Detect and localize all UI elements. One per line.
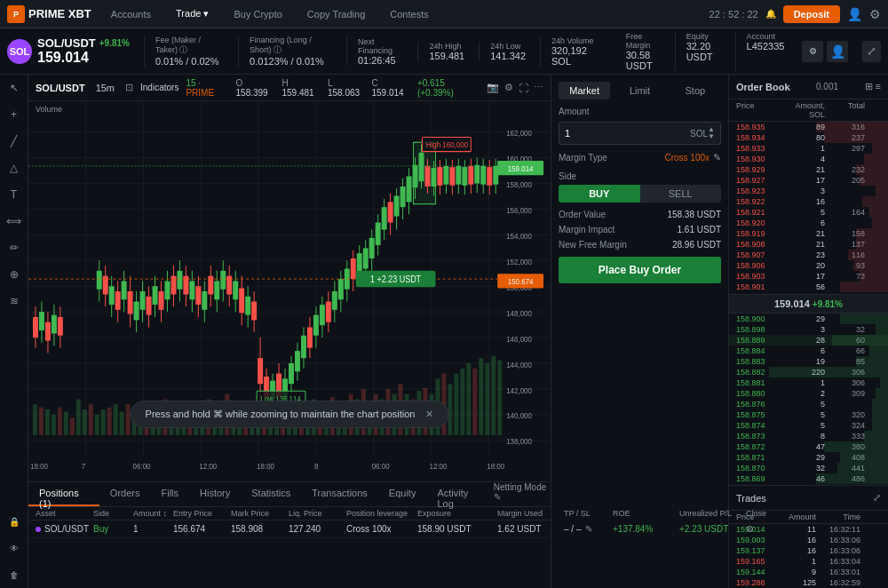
more-icon[interactable]: ⋯ (534, 82, 543, 93)
svg-text:18:00: 18:00 (30, 462, 48, 472)
margin-type-value[interactable]: Cross 100x (664, 153, 710, 163)
trade-price-red: 159.288 (736, 578, 781, 587)
ob-bid-row[interactable]: 158.876 5 (729, 399, 888, 409)
amount-stepper[interactable]: ▲ ▼ (708, 126, 715, 140)
ob-ask-row[interactable]: 158.906 20 93 (729, 260, 888, 271)
settings-icon[interactable]: ⚙ (869, 7, 881, 21)
amount-input[interactable]: 1 (565, 128, 690, 139)
ob-ask-row[interactable]: 158.923 3 (729, 186, 888, 196)
buy-tab[interactable]: BUY (559, 185, 640, 203)
trades-expand-icon[interactable]: ⤢ (873, 492, 881, 504)
tab-activity-log[interactable]: Activity Log (426, 482, 493, 506)
settings-icon[interactable]: ⚙ (504, 82, 513, 93)
order-book-precision[interactable]: 0.001 (816, 82, 838, 91)
line-icon[interactable]: ╱ (4, 131, 24, 151)
nav-accounts[interactable]: Accounts (106, 7, 156, 21)
market-tab[interactable]: Market (559, 82, 610, 99)
ob-bid-row[interactable]: 158.882 220 306 (729, 367, 888, 377)
account-settings-icon[interactable]: ⚙ (802, 41, 823, 62)
ob-bid-row[interactable]: 158.871 29 408 (729, 452, 888, 463)
ob-bid-row[interactable]: 158.900 29 (729, 314, 888, 324)
ob-ask-row[interactable]: 158.919 21 158 (729, 228, 888, 239)
ob-bid-row[interactable]: 158.881 1 306 (729, 377, 888, 388)
nav-trade[interactable]: Trade ▾ (170, 6, 214, 21)
ob-ask-row[interactable]: 158.935 89 316 (729, 122, 888, 132)
ob-ask-row[interactable]: 158.903 17 73 (729, 271, 888, 282)
ob-bid-row[interactable]: 158.874 5 324 (729, 420, 888, 431)
ob-bid-row[interactable]: 158.872 47 380 (729, 441, 888, 452)
timeframe-selector[interactable]: 15m (92, 81, 118, 95)
chart-type-icon[interactable]: ⊡ (125, 82, 133, 93)
tab-history[interactable]: History (189, 482, 241, 506)
zoom-icon[interactable]: ⊕ (4, 265, 24, 284)
free-margin-label: Free Margin (626, 32, 661, 50)
brush-icon[interactable]: ✏ (4, 238, 24, 258)
limit-tab[interactable]: Limit (614, 82, 665, 99)
logo[interactable]: P PRIME XBT (7, 5, 91, 23)
ob-ask-row[interactable]: 158.907 23 116 (729, 250, 888, 260)
tab-fills[interactable]: Fills (150, 482, 189, 506)
account-user-icon[interactable]: 👤 (827, 41, 848, 62)
measure-icon[interactable]: ⟺ (4, 211, 24, 231)
indicators-button[interactable]: Indicators (140, 83, 178, 92)
user-icon[interactable]: 👤 (847, 7, 862, 21)
amount-down-arrow[interactable]: ▼ (708, 133, 715, 140)
ob-bid-row[interactable]: 158.873 8 333 (729, 431, 888, 441)
trade-amount: 16 (781, 536, 816, 544)
lock-icon[interactable]: 🔒 (4, 512, 24, 531)
ob-ask-row[interactable]: 158.933 1 297 (729, 143, 888, 154)
svg-rect-26 (64, 411, 68, 435)
sell-tab[interactable]: SELL (640, 185, 722, 203)
ob-bid-row[interactable]: 158.883 19 85 (729, 356, 888, 367)
tp-sl-edit-icon[interactable]: ✎ (585, 524, 592, 534)
tab-transactions[interactable]: Transactions (301, 482, 378, 506)
trash-icon[interactable]: 🗑 (4, 565, 24, 584)
shapes-icon[interactable]: △ (4, 158, 24, 178)
ob-ask-row[interactable]: 158.920 6 (729, 218, 888, 228)
cross-icon[interactable]: + (4, 105, 24, 124)
fullscreen-icon[interactable]: ⛶ (519, 83, 528, 93)
fee-value: 0.01% / 0.02% (155, 56, 224, 67)
tab-statistics[interactable]: Statistics (241, 482, 301, 506)
ob-bid-row[interactable]: 158.880 2 309 (729, 388, 888, 399)
ob-ask-row[interactable]: 158.929 21 232 (729, 164, 888, 175)
ob-ask-row[interactable]: 158.927 17 205 (729, 175, 888, 186)
cursor-icon[interactable]: ↖ (4, 78, 24, 98)
ob-ask-row[interactable]: 158.930 4 (729, 154, 888, 164)
nav-copy-trading[interactable]: Copy Trading (302, 7, 370, 21)
ob-ask-row[interactable]: 158.901 56 (729, 282, 888, 292)
deposit-button[interactable]: Deposit (783, 5, 840, 23)
tab-equity[interactable]: Equity (378, 482, 427, 506)
eye-icon[interactable]: 👁 (4, 538, 24, 558)
screenshot-icon[interactable]: 📷 (487, 82, 499, 93)
position-close-area[interactable]: ⚙ (746, 524, 777, 534)
ob-ask-row[interactable]: 158.934 80 237 (729, 132, 888, 143)
notification-close[interactable]: ✕ (425, 409, 433, 420)
ob-bid-row[interactable]: 158.869 46 486 (729, 473, 888, 484)
ob-bid-row[interactable]: 158.889 28 60 (729, 335, 888, 346)
expand-button[interactable]: ⤢ (862, 41, 881, 62)
margin-edit-icon[interactable]: ✎ (713, 152, 721, 163)
place-buy-button[interactable]: Place Buy Order (559, 257, 721, 283)
nav-contests[interactable]: Contests (385, 7, 433, 21)
ob-bid-row[interactable]: 158.898 3 32 (729, 324, 888, 335)
chart-body[interactable]: 1 +2.23 USDT High 160,000 Low 136,114 16… (28, 101, 551, 481)
ob-ask-row[interactable]: 158.922 16 (729, 196, 888, 207)
ob-ask-row[interactable]: 158.908 21 137 (729, 239, 888, 250)
pattern-icon[interactable]: ≋ (4, 291, 24, 311)
ob-ask-row[interactable]: 158.921 5 164 (729, 207, 888, 218)
tab-positions[interactable]: Positions (1) (28, 482, 99, 506)
order-book-icons[interactable]: ⊞ ≡ (865, 81, 881, 92)
netting-mode[interactable]: Netting Mode ✎ (494, 482, 551, 506)
svg-rect-31 (95, 415, 99, 435)
tab-orders[interactable]: Orders (99, 482, 151, 506)
ob-bid-row[interactable]: 158.884 6 66 (729, 346, 888, 356)
amount-input-group[interactable]: 1 SOL ▲ ▼ (559, 122, 721, 145)
text-icon[interactable]: T (4, 185, 24, 204)
bell-icon[interactable]: 🔔 (765, 9, 776, 19)
nav-buy-crypto[interactable]: Buy Crypto (228, 7, 287, 21)
pair-name[interactable]: SOL/USDT +9.81% (37, 36, 130, 50)
ob-bid-row[interactable]: 158.875 5 320 (729, 409, 888, 420)
stop-tab[interactable]: Stop (670, 82, 721, 99)
ob-bid-row[interactable]: 158.870 32 441 (729, 463, 888, 473)
